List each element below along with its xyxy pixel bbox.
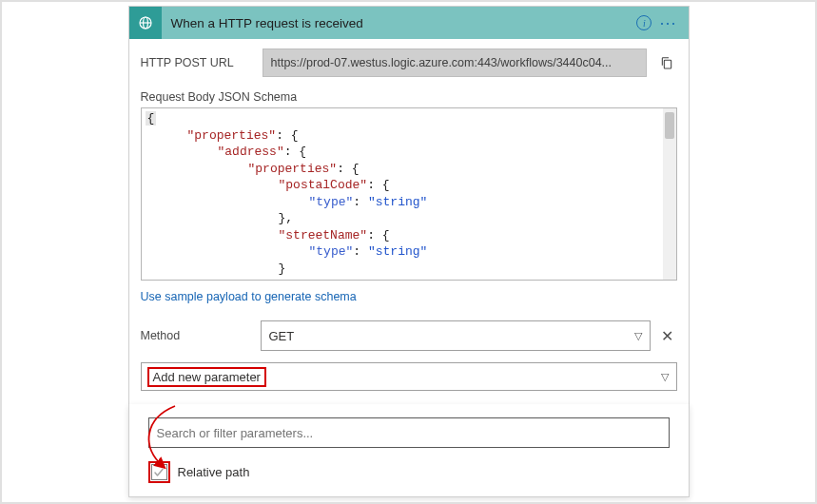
sample-payload-link[interactable]: Use sample payload to generate schema — [141, 290, 677, 303]
chevron-down-icon: ▽ — [634, 330, 642, 342]
method-select[interactable]: GET ▽ — [261, 320, 651, 351]
parameter-option-row[interactable]: Relative path — [148, 461, 670, 483]
relative-path-checkbox[interactable] — [151, 464, 167, 480]
http-url-field[interactable]: https://prod-07.westus.logic.azure.com:4… — [263, 48, 647, 77]
parameter-dropdown-panel: Relative path — [128, 404, 690, 497]
schema-line: { — [146, 111, 157, 126]
relative-path-label: Relative path — [178, 465, 250, 479]
info-icon[interactable]: i — [636, 15, 652, 30]
card-header: When a HTTP request is received i ··· — [129, 7, 689, 39]
add-parameter-label: Add new parameter — [147, 367, 266, 387]
http-url-row: HTTP POST URL https://prod-07.westus.log… — [141, 48, 677, 77]
http-url-label: HTTP POST URL — [141, 56, 253, 69]
trigger-card: When a HTTP request is received i ··· HT… — [128, 6, 690, 405]
method-value: GET — [269, 329, 295, 343]
method-row: Method GET ▽ ✕ — [141, 320, 677, 351]
scrollbar[interactable] — [663, 108, 676, 280]
parameter-search-input[interactable] — [148, 417, 670, 448]
add-new-parameter-dropdown[interactable]: Add new parameter ▽ — [141, 362, 677, 391]
remove-method-button[interactable]: ✕ — [658, 327, 677, 345]
schema-textarea[interactable]: { "properties": { "address": { "properti… — [141, 107, 677, 281]
more-menu-icon[interactable]: ··· — [659, 18, 676, 28]
copy-icon[interactable] — [656, 52, 677, 73]
svg-rect-3 — [664, 60, 671, 68]
schema-label: Request Body JSON Schema — [141, 90, 677, 104]
card-title: When a HTTP request is received — [162, 16, 637, 30]
method-label: Method — [141, 329, 253, 342]
http-trigger-icon — [129, 7, 162, 39]
chevron-down-icon: ▽ — [661, 371, 669, 383]
